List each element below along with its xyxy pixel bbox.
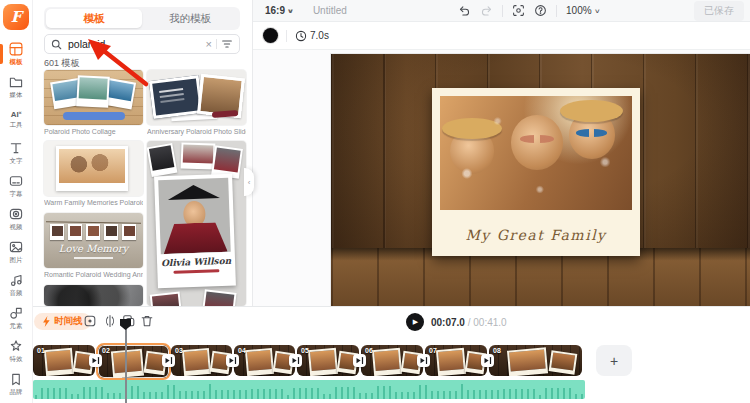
- template-title: Warm Family Memories Polaroid Slid...: [44, 199, 143, 208]
- sidebar-item-ai-tools[interactable]: AI˟ 工具: [0, 104, 32, 136]
- chevron-down-icon: ∨: [593, 7, 600, 14]
- project-title[interactable]: Untitled: [313, 5, 347, 16]
- tab-my-templates[interactable]: 我的模板: [142, 9, 238, 28]
- duration-clock-icon: [295, 30, 307, 42]
- polaroid-frame[interactable]: My Great Family: [432, 88, 640, 256]
- timeline-clip-01[interactable]: 01: [33, 345, 95, 376]
- templates-panel: 模板 我的模板 × 601 模板 Polaroid Photo Collage …: [32, 0, 253, 306]
- timeline-section: 时间线 ▶ 00:07.0 / 00:41.0 01 02 03 04 05 0…: [32, 306, 750, 403]
- sidebar-item-media[interactable]: 媒体: [0, 71, 32, 103]
- help-icon[interactable]: [534, 4, 547, 17]
- chevron-down-icon: ∨: [287, 7, 294, 14]
- add-clip-button[interactable]: +: [596, 345, 632, 376]
- timeline-clip-05[interactable]: 05: [297, 345, 359, 376]
- template-title: Romantic Polaroid Wedding Annivers...: [44, 271, 143, 280]
- timeline-clip-06[interactable]: 06: [361, 345, 423, 376]
- effects-icon: [9, 339, 23, 353]
- template-thumb-graduation[interactable]: Olivia Willson: [147, 141, 246, 306]
- sidebar-item-audio[interactable]: 音频: [0, 269, 32, 301]
- timeline-clip-02-selected[interactable]: 02: [96, 343, 171, 380]
- play-button[interactable]: ▶: [406, 313, 424, 331]
- wood-floor: [331, 248, 750, 306]
- left-nav-rail: F 模板 媒体 AI˟ 工具 文字 字幕 视频 图片 音频 元素 特效 品牌: [0, 0, 33, 403]
- filter-icon[interactable]: [221, 38, 233, 50]
- template-thumb-polaroid-photo-collage[interactable]: [44, 70, 143, 125]
- zoom-level-selector[interactable]: 100% ∨: [566, 5, 599, 16]
- save-status-button[interactable]: 已保存: [694, 1, 744, 21]
- template-title: Anniversary Polaroid Photo Slideshow: [147, 128, 246, 137]
- bolt-icon: [42, 316, 51, 327]
- thumb-text-graduate-name: Olivia Willson: [157, 256, 235, 269]
- sidebar-item-video[interactable]: 视频: [0, 203, 32, 235]
- delete-button[interactable]: [139, 313, 155, 329]
- template-thumb-warm-family[interactable]: [44, 141, 143, 196]
- logo-letter: F: [11, 8, 22, 26]
- app-logo[interactable]: F: [3, 4, 29, 30]
- tab-templates[interactable]: 模板: [46, 9, 142, 28]
- search-input[interactable]: [66, 37, 202, 51]
- subtitles-icon: [9, 174, 23, 188]
- result-count: 601 模板: [44, 57, 80, 70]
- polaroid-graphic: [76, 75, 110, 108]
- redo-button[interactable]: [480, 4, 493, 17]
- ribbon-graphic: [63, 112, 125, 120]
- transition-button[interactable]: [417, 354, 430, 367]
- sidebar-item-subtitles[interactable]: 字幕: [0, 170, 32, 202]
- collapse-chevron-icon: ‹: [248, 178, 251, 187]
- template-thumb-bw-partial[interactable]: [44, 285, 143, 306]
- timeline-clip-04[interactable]: 04: [234, 345, 295, 376]
- transition-button[interactable]: [353, 354, 366, 367]
- sidebar-item-brand[interactable]: 品牌: [0, 368, 32, 400]
- audio-waveform[interactable]: [33, 380, 585, 399]
- timeline-clip-08[interactable]: 08: [489, 345, 582, 376]
- timeline-clip-07[interactable]: 07: [425, 345, 487, 376]
- canvas-frame-button[interactable]: [82, 313, 98, 329]
- panel-tabs: 模板 我的模板: [44, 7, 240, 30]
- transition-button[interactable]: [289, 354, 302, 367]
- clear-search-icon[interactable]: ×: [206, 39, 212, 50]
- media-icon: [9, 75, 23, 89]
- brand-icon: [9, 372, 23, 386]
- transition-button[interactable]: [226, 354, 239, 367]
- template-thumb-love-memory[interactable]: Love Memory: [44, 213, 143, 268]
- playback-controls: ▶ 00:07.0 / 00:41.0: [406, 313, 507, 331]
- transition-button[interactable]: [481, 354, 494, 367]
- polaroid-caption-text[interactable]: My Great Family: [432, 227, 640, 243]
- audio-icon: [9, 273, 23, 287]
- text-icon: [9, 141, 23, 155]
- stage-toolbar: 7.0s: [252, 22, 750, 50]
- photos-icon: [9, 240, 23, 254]
- search-divider: [216, 39, 217, 49]
- sidebar-item-text[interactable]: 文字: [0, 137, 32, 169]
- search-box: ×: [44, 34, 240, 54]
- sidebar-item-templates[interactable]: 模板: [0, 38, 32, 70]
- sidebar-item-photos[interactable]: 图片: [0, 236, 32, 268]
- video-canvas[interactable]: My Great Family: [331, 54, 750, 306]
- sidebar-item-elements[interactable]: 元素: [0, 302, 32, 334]
- transition-button[interactable]: [89, 354, 102, 367]
- reframe-focus-icon[interactable]: [512, 4, 525, 17]
- aspect-ratio-selector[interactable]: 16:9 ∨: [265, 5, 293, 16]
- video-icon: [9, 207, 23, 221]
- polaroid-graphic: Olivia Willson: [154, 174, 236, 289]
- sidebar-item-effects[interactable]: 特效: [0, 335, 32, 367]
- timecode: 00:07.0 / 00:41.0: [431, 317, 507, 328]
- play-icon: ▶: [413, 318, 418, 326]
- elements-icon: [9, 306, 23, 320]
- undo-button[interactable]: [458, 4, 471, 17]
- ai-tools-icon: AI˟: [11, 110, 22, 119]
- playhead[interactable]: [125, 329, 127, 403]
- transition-button[interactable]: [162, 354, 175, 367]
- template-title: Polaroid Photo Collage: [44, 128, 143, 137]
- templates-icon: [9, 42, 23, 56]
- panel-collapse-handle[interactable]: ‹: [244, 168, 254, 196]
- top-toolbar: 16:9 ∨ Untitled 100% ∨ 已保存: [252, 0, 750, 22]
- background-color-swatch[interactable]: [263, 28, 278, 43]
- scene-duration-control[interactable]: 7.0s: [295, 30, 329, 42]
- family-photo: [440, 96, 632, 210]
- thumb-text-love-memory: Love Memory: [44, 243, 143, 254]
- polaroid-graphic: [56, 146, 128, 191]
- split-button[interactable]: [102, 313, 118, 329]
- timeline-clip-03[interactable]: 03: [171, 345, 232, 376]
- template-thumb-anniversary-slideshow[interactable]: [147, 70, 246, 125]
